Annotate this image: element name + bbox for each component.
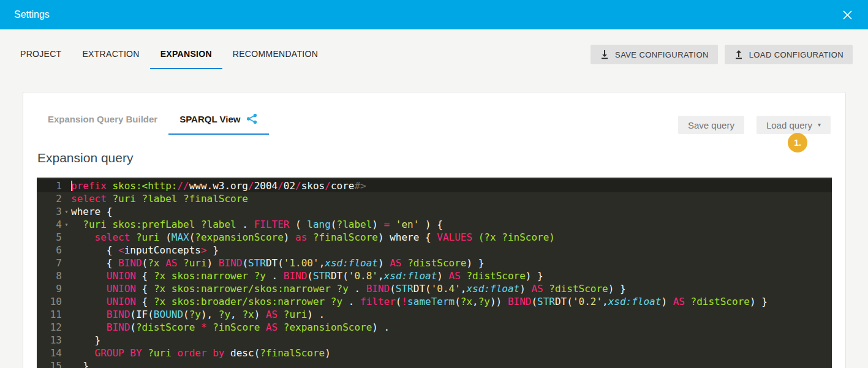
- code-line[interactable]: 13 }: [37, 334, 832, 347]
- fold-spacer: [62, 321, 71, 334]
- line-number: 9: [37, 282, 62, 295]
- dialog-title: Settings: [14, 9, 50, 20]
- code-line[interactable]: 5 select ?uri (MAX(?expansionScore) as ?…: [37, 231, 832, 244]
- line-number: 2: [37, 192, 62, 205]
- fold-spacer: [62, 269, 71, 282]
- fold-spacer: [62, 359, 71, 368]
- code-line[interactable]: 8 UNION { ?x skos:narrower ?y . BIND(STR…: [37, 269, 832, 282]
- code-line[interactable]: 4▾ ?uri skos:prefLabel ?label . FILTER (…: [37, 218, 832, 231]
- tab-sparql-view[interactable]: SPARQL View: [168, 92, 269, 135]
- line-number: 14: [37, 347, 62, 359]
- main-tabs: PROJECT EXTRACTION EXPANSION RECOMMENDAT…: [10, 40, 328, 69]
- fold-arrow-icon[interactable]: ▾: [62, 218, 71, 231]
- download-icon: [600, 50, 609, 59]
- line-number: 11: [37, 308, 62, 321]
- code-text: UNION { ?x skos:narrower/skos:narrower ?…: [71, 282, 832, 295]
- line-number: 13: [37, 334, 62, 347]
- dialog-header: Settings: [0, 0, 868, 29]
- share-icon: [246, 113, 258, 125]
- fold-spacer: [62, 334, 71, 347]
- line-number: 15: [37, 359, 62, 368]
- line-number: 5: [37, 231, 62, 244]
- query-buttons: Save query Load query ▾: [678, 92, 832, 135]
- load-configuration-button[interactable]: LOAD CONFIGURATION: [725, 45, 853, 64]
- load-query-button[interactable]: Load query ▾: [757, 116, 831, 134]
- code-line[interactable]: 1prefix skos:<http://www.w3.org/2004/02/…: [37, 179, 832, 192]
- load-configuration-label: LOAD CONFIGURATION: [749, 50, 843, 59]
- tab-recommendation[interactable]: RECOMMENDATION: [222, 40, 328, 69]
- tab-expansion-query-builder[interactable]: Expansion Query Builder: [37, 92, 168, 135]
- code-text: UNION { ?x skos:broader/skos:narrower ?y…: [71, 295, 832, 308]
- code-text: BIND(?distScore * ?inScore AS ?expansion…: [71, 321, 832, 334]
- code-line[interactable]: 15 }: [37, 359, 832, 368]
- fold-spacer: [62, 192, 71, 205]
- sparql-view-label: SPARQL View: [179, 114, 240, 124]
- code-text: }: [71, 334, 832, 347]
- fold-spacer: [62, 231, 71, 244]
- tab-extraction[interactable]: EXTRACTION: [72, 40, 149, 69]
- fold-spacer: [62, 347, 71, 359]
- fold-spacer: [62, 257, 71, 269]
- sparql-editor[interactable]: 1prefix skos:<http://www.w3.org/2004/02/…: [37, 178, 832, 368]
- fold-arrow-icon[interactable]: ▾: [62, 205, 71, 218]
- code-text: { BIND(?x AS ?uri) BIND(STRDT('1.00',xsd…: [71, 257, 832, 269]
- close-button[interactable]: [838, 6, 857, 24]
- query-view-tabs: Expansion Query Builder SPARQL View: [37, 92, 269, 135]
- expansion-settings-card: Expansion Query Builder SPARQL View: [23, 92, 846, 368]
- card-header-row: Expansion Query Builder SPARQL View: [37, 92, 832, 135]
- line-number: 4: [37, 218, 62, 231]
- fold-spacer: [62, 295, 71, 308]
- code-line[interactable]: 11 BIND(IF(BOUND(?y), ?y, ?x) AS ?uri) .: [37, 308, 832, 321]
- toolbar-row: PROJECT EXTRACTION EXPANSION RECOMMENDAT…: [0, 29, 868, 69]
- load-query-label: Load query: [766, 120, 812, 130]
- code-line[interactable]: 6 { <inputConcepts> }: [37, 244, 832, 257]
- line-number: 8: [37, 269, 62, 282]
- code-line[interactable]: 2select ?uri ?label ?finalScore: [37, 192, 832, 205]
- save-query-button[interactable]: Save query: [678, 116, 744, 134]
- step-badge: 1.: [788, 133, 807, 152]
- line-number: 1: [37, 179, 62, 192]
- section-title: Expansion query: [37, 151, 832, 165]
- code-text: BIND(IF(BOUND(?y), ?y, ?x) AS ?uri) .: [71, 308, 832, 321]
- save-configuration-button[interactable]: SAVE CONFIGURATION: [591, 45, 718, 64]
- upload-icon: [734, 50, 744, 59]
- code-line[interactable]: 12 BIND(?distScore * ?inScore AS ?expans…: [37, 321, 832, 334]
- code-text: { <inputConcepts> }: [71, 244, 832, 257]
- code-text: ?uri skos:prefLabel ?label . FILTER ( la…: [71, 218, 832, 231]
- code-line[interactable]: 3▾where {: [37, 205, 832, 218]
- tab-project[interactable]: PROJECT: [10, 40, 72, 69]
- fold-spacer: [62, 308, 71, 321]
- expansion-query-builder-label: Expansion Query Builder: [48, 114, 157, 124]
- code-line[interactable]: 10 UNION { ?x skos:broader/skos:narrower…: [37, 295, 832, 308]
- code-text: where {: [71, 205, 832, 218]
- save-query-label: Save query: [688, 120, 734, 130]
- fold-spacer: [62, 244, 71, 257]
- line-number: 3: [37, 205, 62, 218]
- text-cursor: [71, 181, 72, 191]
- code-text: }: [71, 359, 832, 368]
- code-text: select ?uri (MAX(?expansionScore) as ?fi…: [71, 231, 832, 244]
- line-number: 7: [37, 257, 62, 269]
- fold-spacer: [62, 179, 71, 192]
- code-line[interactable]: 9 UNION { ?x skos:narrower/skos:narrower…: [37, 282, 832, 295]
- line-number: 10: [37, 295, 62, 308]
- code-line[interactable]: 7 { BIND(?x AS ?uri) BIND(STRDT('1.00',x…: [37, 257, 832, 269]
- caret-down-icon: ▾: [818, 122, 821, 128]
- settings-dialog: Settings PROJECT EXTRACTION EXPANSION RE…: [0, 0, 868, 368]
- save-configuration-label: SAVE CONFIGURATION: [615, 50, 709, 59]
- close-icon: [842, 9, 853, 21]
- line-number: 12: [37, 321, 62, 334]
- code-text: GROUP BY ?uri order by desc(?finalScore): [71, 347, 832, 359]
- code-text: select ?uri ?label ?finalScore: [71, 192, 832, 205]
- code-line[interactable]: 14 GROUP BY ?uri order by desc(?finalSco…: [37, 347, 832, 359]
- tab-expansion[interactable]: EXPANSION: [150, 40, 222, 69]
- fold-spacer: [62, 282, 71, 295]
- configuration-buttons: SAVE CONFIGURATION LOAD CONFIGURATION: [591, 45, 853, 64]
- line-number: 6: [37, 244, 62, 257]
- code-text: UNION { ?x skos:narrower ?y . BIND(STRDT…: [71, 269, 832, 282]
- code-text: prefix skos:<http://www.w3.org/2004/02/s…: [71, 179, 832, 192]
